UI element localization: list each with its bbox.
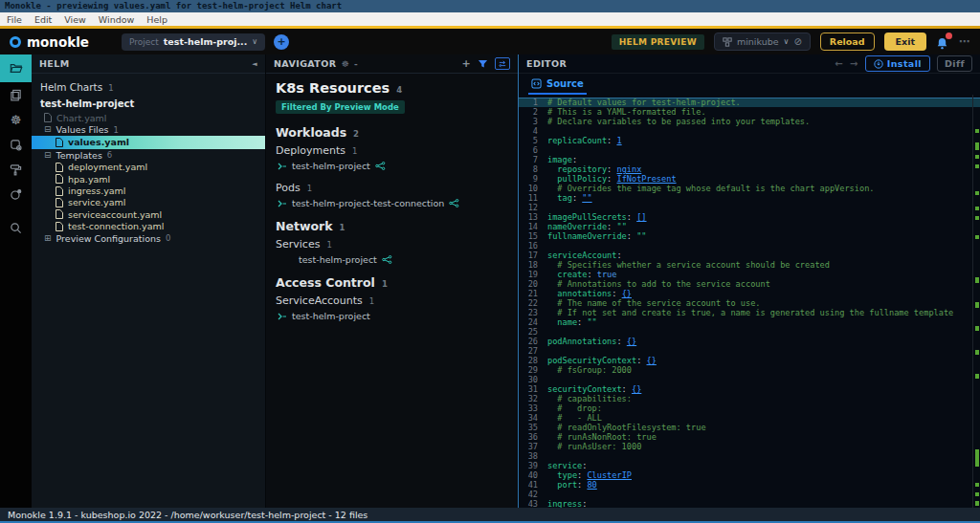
code-line-6[interactable]: 6: [519, 145, 980, 155]
code-line-13[interactable]: 13imagePullSecrets: []: [519, 212, 980, 222]
code-line-7[interactable]: 7image:: [519, 155, 980, 164]
collapse-panel-icon[interactable]: ◄: [252, 60, 257, 68]
install-button[interactable]: Install: [865, 55, 930, 72]
code-line-10[interactable]: 10 # Overrides the image tag whose defau…: [519, 184, 980, 193]
menu-edit[interactable]: Edit: [34, 14, 52, 25]
incoming-links-icon[interactable]: [278, 163, 287, 170]
collapse-sections-icon[interactable]: -: [354, 59, 358, 69]
tree-item-ingress.yaml[interactable]: ingress.yaml: [32, 185, 265, 196]
new-project-button[interactable]: +: [274, 34, 289, 50]
code-line-2[interactable]: 2# This is a YAML-formatted file.: [519, 107, 980, 117]
code-line-31[interactable]: 31securityContext: {}: [519, 384, 980, 394]
code-line-12[interactable]: 12: [519, 203, 980, 212]
tree-item-serviceaccount.yaml[interactable]: serviceaccount.yaml: [32, 208, 265, 220]
code-line-27[interactable]: 27: [519, 346, 980, 356]
back-arrow-icon[interactable]: ←: [835, 58, 843, 69]
code-line-29[interactable]: 29 # fsGroup: 2000: [519, 365, 980, 375]
chart-name-test-helm-project[interactable]: test-helm-project: [32, 97, 265, 112]
tree-group-values-files[interactable]: ⊟Values Files1: [32, 123, 265, 136]
helm-icon[interactable]: ☸: [0, 107, 32, 132]
validation-icon[interactable]: [0, 157, 32, 182]
code-line-38[interactable]: 38: [519, 451, 980, 461]
tree-group-preview-configurations[interactable]: ⊞Preview Configurations0: [32, 232, 265, 245]
resource-test-helm-project[interactable]: test-helm-project: [276, 161, 508, 171]
code-line-30[interactable]: 30: [519, 375, 980, 384]
menu-window[interactable]: Window: [99, 14, 134, 25]
overview-ruler[interactable]: [972, 95, 980, 508]
exit-preview-button[interactable]: Exit: [884, 33, 926, 51]
cluster-selector[interactable]: minikube ∨ ⊘: [714, 33, 811, 51]
code-line-3[interactable]: 3# Declare variables to be passed into y…: [519, 117, 980, 126]
window-titlebar[interactable]: Monokle - previewing values.yaml for tes…: [0, 0, 980, 12]
code-line-37[interactable]: 37 # runAsUser: 1000: [519, 442, 980, 451]
add-resource-icon[interactable]: +: [461, 57, 471, 70]
tree-item-service.yaml[interactable]: service.yaml: [32, 197, 265, 208]
menu-file[interactable]: File: [7, 14, 22, 25]
code-line-11[interactable]: 11 tag: "": [519, 193, 980, 203]
code-line-34[interactable]: 34 # - ALL: [519, 413, 980, 423]
code-line-40[interactable]: 40 type: ClusterIP: [519, 470, 980, 480]
outgoing-links-icon[interactable]: [382, 255, 392, 264]
code-line-42[interactable]: 42: [519, 490, 980, 499]
code-line-36[interactable]: 36 # runAsNonRoot: true: [519, 432, 980, 442]
kind-title[interactable]: Pods1: [276, 182, 508, 194]
images-icon[interactable]: [0, 132, 32, 157]
code-line-18[interactable]: 18 # Specifies whether a service account…: [519, 260, 980, 270]
code-line-26[interactable]: 26podAnnotations: {}: [519, 337, 980, 346]
code-line-23[interactable]: 23 # If not set and create is true, a na…: [519, 308, 980, 317]
code-line-1[interactable]: 1# Default values for test-helm-project.: [519, 98, 980, 107]
code-line-24[interactable]: 24 name: "": [519, 317, 980, 327]
collapse-box-icon[interactable]: ⊟: [44, 151, 52, 160]
tab-source[interactable]: Source: [528, 78, 587, 95]
code-line-16[interactable]: 16: [519, 241, 980, 251]
menu-view[interactable]: View: [64, 14, 86, 25]
resource-test-helm-project[interactable]: test-helm-project: [276, 311, 508, 321]
search-icon[interactable]: [0, 215, 32, 240]
resource-test-helm-project[interactable]: test-helm-project: [276, 254, 508, 265]
collapse-box-icon[interactable]: ⊟: [44, 125, 52, 134]
incoming-links-icon[interactable]: [278, 200, 287, 207]
code-editor[interactable]: 1# Default values for test-helm-project.…: [519, 95, 980, 508]
plugins-icon[interactable]: [0, 182, 32, 207]
more-options-icon[interactable]: ⋯: [959, 35, 970, 48]
menu-help[interactable]: Help: [146, 14, 167, 25]
code-line-28[interactable]: 28podSecurityContext: {}: [519, 356, 980, 365]
tree-item-Chart.yaml[interactable]: Chart.yaml: [32, 112, 265, 123]
code-line-35[interactable]: 35 # readOnlyRootFilesystem: true: [519, 423, 980, 432]
tree-group-templates[interactable]: ⊟Templates6: [32, 149, 265, 162]
code-line-39[interactable]: 39service:: [519, 461, 980, 470]
code-line-20[interactable]: 20 # Annotations to add to the service a…: [519, 279, 980, 289]
code-line-33[interactable]: 33 # drop:: [519, 403, 980, 413]
project-selector[interactable]: Project test-helm-proj... ∨: [122, 33, 265, 51]
expand-box-icon[interactable]: ⊞: [44, 234, 52, 243]
code-line-22[interactable]: 22 # The name of the service account to …: [519, 298, 980, 308]
tree-item-deployment.yaml[interactable]: deployment.yaml: [32, 162, 265, 173]
code-line-19[interactable]: 19 create: true: [519, 270, 980, 279]
outgoing-links-icon[interactable]: [375, 162, 386, 170]
code-line-32[interactable]: 32 # capabilities:: [519, 394, 980, 403]
filter-icon[interactable]: [478, 59, 488, 69]
reload-button[interactable]: Reload: [820, 33, 875, 51]
code-line-25[interactable]: 25: [519, 327, 980, 337]
forward-arrow-icon[interactable]: →: [850, 58, 858, 69]
diff-button[interactable]: Diff: [937, 55, 972, 72]
tree-item-test-connection.yaml[interactable]: test-connection.yaml: [32, 221, 265, 232]
incoming-links-icon[interactable]: [278, 313, 287, 320]
tree-item-values.yaml[interactable]: values.yaml: [32, 136, 265, 149]
code-line-4[interactable]: 4: [519, 126, 980, 136]
tree-item-hpa.yaml[interactable]: hpa.yaml: [32, 173, 265, 185]
kind-title[interactable]: Deployments1: [276, 144, 508, 157]
toggle-layout-icon[interactable]: [495, 57, 510, 70]
notifications-button[interactable]: [936, 35, 949, 49]
code-line-43[interactable]: 43ingress:: [519, 499, 980, 508]
code-line-41[interactable]: 41 port: 80: [519, 480, 980, 490]
resource-test-helm-project-test-connection[interactable]: test-helm-project-test-connection: [276, 198, 508, 208]
code-line-8[interactable]: 8 repository: nginx: [519, 164, 980, 174]
kind-title[interactable]: ServiceAccounts1: [276, 294, 508, 307]
file-explorer-icon[interactable]: [0, 54, 32, 82]
code-line-15[interactable]: 15fullnameOverride: "": [519, 231, 980, 241]
code-line-17[interactable]: 17serviceAccount:: [519, 251, 980, 260]
kind-title[interactable]: Services1: [276, 238, 508, 251]
code-line-14[interactable]: 14nameOverride: "": [519, 222, 980, 231]
code-line-21[interactable]: 21 annotations: {}: [519, 289, 980, 298]
